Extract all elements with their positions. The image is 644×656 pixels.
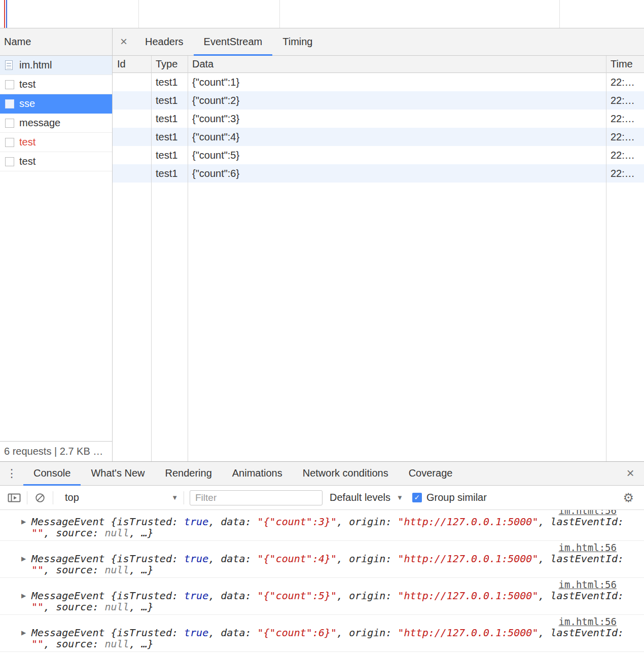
token-string: "" (31, 601, 44, 613)
tab-whats-new[interactable]: What's New (81, 462, 155, 485)
request-name: test (19, 136, 35, 148)
expand-triangle-icon[interactable]: ▶ (21, 590, 31, 612)
cell-id (113, 110, 151, 128)
source-link[interactable]: im.html:56 (559, 616, 617, 627)
cell-time: 22:… (606, 73, 644, 91)
message-text: MessageEvent {isTrusted: true, data: "{"… (31, 590, 624, 612)
eventstream-row[interactable]: test1 {"count":5} 22:… (113, 146, 644, 164)
devtools-window: Name im.html test sse message (0, 0, 644, 656)
cell-data: {"count":3} (188, 110, 606, 128)
console-message: im.html:56 ▶ MessageEvent {isTrusted: tr… (0, 541, 644, 578)
token: , data: (208, 553, 257, 565)
console-filter-input[interactable] (190, 490, 323, 505)
cell-type: test1 (151, 146, 188, 164)
execution-context-selector[interactable]: top ▼ (59, 492, 178, 503)
cell-id (113, 73, 151, 91)
group-similar-toggle[interactable]: ✓ Group similar (412, 492, 487, 503)
request-row-test[interactable]: test (0, 152, 112, 171)
token: , origin: (337, 516, 398, 528)
close-drawer-button[interactable]: × (617, 462, 644, 485)
source-link[interactable]: im.html:56 (559, 542, 617, 553)
column-header-time[interactable]: Time (606, 56, 644, 72)
cell-type: test1 (151, 164, 188, 183)
domcontentloaded-marker (6, 0, 7, 28)
network-overview-timeline[interactable] (0, 0, 644, 28)
request-detail-pane: × Headers EventStream Timing Id Type Dat… (113, 28, 644, 461)
tab-rendering[interactable]: Rendering (155, 462, 222, 485)
token: , data: (208, 516, 257, 528)
console-sidebar-toggle-icon[interactable] (7, 492, 21, 504)
cell-type: test1 (151, 128, 188, 146)
name-column-header[interactable]: Name (0, 28, 112, 56)
request-row-sse[interactable]: sse (0, 94, 112, 114)
eventstream-row[interactable]: test1 {"count":4} 22:… (113, 128, 644, 146)
column-divider (151, 56, 152, 461)
tab-coverage[interactable]: Coverage (399, 462, 463, 485)
clear-console-icon[interactable] (33, 492, 47, 504)
document-icon (5, 60, 13, 70)
token: , lastEventId: (538, 627, 624, 639)
cell-data: {"count":6} (188, 164, 606, 183)
eventstream-row[interactable]: test1 {"count":1} 22:… (113, 73, 644, 91)
tab-network-conditions[interactable]: Network conditions (293, 462, 399, 485)
column-header-type[interactable]: Type (151, 56, 188, 72)
request-row-im-html[interactable]: im.html (0, 56, 112, 75)
requests-summary: 6 requests | 2.7 KB … (0, 441, 112, 461)
tab-animations[interactable]: Animations (222, 462, 293, 485)
source-link[interactable]: im.html:56 (559, 579, 617, 590)
log-levels-selector[interactable]: Default levels ▼ (330, 492, 403, 503)
context-label: top (65, 492, 79, 503)
toolbar-divider (184, 491, 184, 504)
request-name: sse (19, 98, 35, 110)
expand-triangle-icon[interactable]: ▶ (21, 553, 31, 575)
checkbox-checked-icon[interactable]: ✓ (412, 493, 422, 502)
console-message: im.html:56 ▶ MessageEvent {isTrusted: tr… (0, 615, 644, 652)
token: , lastEventId: (538, 590, 624, 602)
detail-tabbar: × Headers EventStream Timing (113, 28, 644, 56)
eventstream-row[interactable]: test1 {"count":6} 22:… (113, 164, 644, 183)
request-row-test-error[interactable]: test (0, 133, 112, 152)
file-icon (5, 157, 14, 166)
cell-time: 22:… (606, 128, 644, 146)
expand-triangle-icon[interactable]: ▶ (21, 627, 31, 649)
token: MessageEvent {isTrusted: (31, 627, 184, 639)
cell-type: test1 (151, 91, 188, 110)
eventstream-row[interactable]: test1 {"count":2} 22:… (113, 91, 644, 110)
levels-label: Default levels (330, 492, 390, 503)
tab-headers[interactable]: Headers (135, 28, 194, 55)
settings-gear-icon[interactable]: ⚙ (623, 491, 634, 505)
token-string: "http://127.0.0.1:5000" (398, 553, 539, 565)
request-name: im.html (19, 59, 52, 71)
request-row-message[interactable]: message (0, 114, 112, 133)
cell-time: 22:… (606, 164, 644, 183)
token-boolean: true (184, 590, 208, 602)
console-message: im.html:56 ▶ MessageEvent {isTrusted: tr… (0, 510, 644, 541)
request-name: test (19, 79, 35, 90)
network-panel: Name im.html test sse message (0, 28, 644, 461)
cell-time: 22:… (606, 146, 644, 164)
token: , source: (44, 564, 104, 576)
request-name: message (19, 117, 60, 129)
cell-id (113, 146, 151, 164)
request-row-test[interactable]: test (0, 75, 112, 94)
column-header-id[interactable]: Id (113, 56, 151, 72)
token-string: "http://127.0.0.1:5000" (398, 590, 539, 602)
console-toolbar: top ▼ Default levels ▼ ✓ Group similar ⚙ (0, 486, 644, 510)
column-header-data[interactable]: Data (188, 56, 606, 72)
tab-eventstream[interactable]: EventStream (194, 28, 273, 55)
console-messages: im.html:56 ▶ MessageEvent {isTrusted: tr… (0, 510, 644, 656)
kebab-menu-icon[interactable]: ⋮ (0, 462, 23, 485)
tab-timing[interactable]: Timing (272, 28, 323, 55)
timeline-gridline (138, 0, 139, 28)
cell-time: 22:… (606, 91, 644, 110)
file-icon (5, 138, 14, 147)
expand-triangle-icon[interactable]: ▶ (21, 516, 31, 538)
token: , source: (44, 638, 104, 650)
cell-type: test1 (151, 73, 188, 91)
timeline-gridline (559, 0, 560, 28)
close-detail-button[interactable]: × (113, 28, 135, 55)
eventstream-row[interactable]: test1 {"count":3} 22:… (113, 110, 644, 128)
request-name: test (19, 156, 35, 167)
tab-console[interactable]: Console (23, 462, 81, 485)
toolbar-divider (27, 491, 27, 504)
